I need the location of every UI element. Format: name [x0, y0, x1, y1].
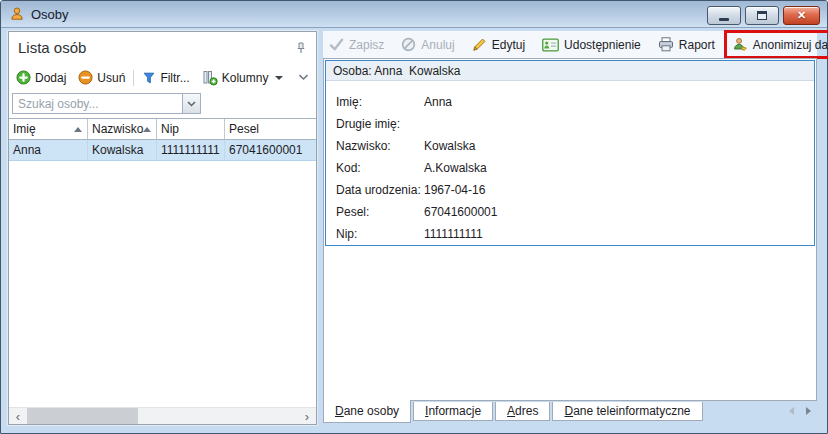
minimize-button[interactable]	[707, 6, 741, 25]
column-header-imie[interactable]: Imię	[9, 119, 88, 139]
field-row-drugie-imie: Drugie imię:	[336, 113, 814, 134]
search-dropdown-button[interactable]	[182, 94, 200, 113]
tab-dane-teleinformatyczne[interactable]: Dane teleinformatyczne	[552, 402, 702, 421]
filter-button-label: Filtr...	[160, 71, 189, 85]
field-row-pesel: Pesel: 67041600001	[336, 201, 814, 222]
column-header-label: Nazwisko	[92, 122, 143, 136]
grid-header-row: Imię Nazwisko Nip Pesel	[9, 119, 316, 140]
panel-title: Lista osób	[18, 39, 86, 56]
sort-asc-icon	[74, 127, 82, 132]
sort-asc-icon	[143, 127, 151, 132]
remove-icon	[78, 70, 93, 85]
table-row[interactable]: Anna Kowalska 1111111111 67041600001	[9, 140, 316, 161]
field-label: Nip:	[336, 227, 424, 241]
horizontal-scrollbar: ‹ ›	[9, 407, 316, 424]
tab-dane-osoby[interactable]: Dane osoby	[323, 400, 411, 423]
column-header-nip[interactable]: Nip	[157, 119, 225, 139]
cell-pesel: 67041600001	[225, 140, 316, 160]
restore-icon	[757, 11, 767, 20]
toolbar-separator	[133, 70, 134, 86]
pin-icon[interactable]	[295, 42, 307, 54]
scrollbar-track[interactable]	[27, 408, 298, 424]
close-button[interactable]: ✕	[783, 6, 820, 25]
field-label: Data urodzenia:	[336, 183, 424, 197]
cancel-button[interactable]: Anuluj	[401, 37, 454, 52]
cell-nip: 1111111111	[157, 140, 225, 160]
anonymize-person-icon	[732, 37, 748, 52]
filter-button[interactable]: Filtr...	[142, 71, 189, 85]
titlebar: Osoby	[1, 1, 827, 28]
remove-button[interactable]: Usuń	[78, 70, 125, 85]
dropdown-chevron-icon	[187, 101, 196, 107]
panel-header: Lista osób	[9, 32, 316, 63]
search-input[interactable]	[13, 94, 182, 113]
field-value: 67041600001	[424, 205, 497, 219]
field-value: Kowalska	[424, 139, 475, 153]
filter-icon	[142, 71, 156, 85]
save-button-label: Zapisz	[349, 38, 384, 52]
bottom-tabstrip: Dane osoby Informacje Adres Dane teleinf…	[323, 401, 817, 425]
scroll-left-icon[interactable]: ‹	[9, 408, 27, 424]
search-row	[9, 92, 316, 118]
share-button[interactable]: Udostępnienie	[542, 38, 641, 52]
add-icon	[16, 70, 31, 85]
save-check-icon	[329, 38, 344, 51]
scrollbar-thumb[interactable]	[27, 408, 138, 424]
column-header-label: Pesel	[229, 122, 259, 136]
list-toolbar: Dodaj Usuń Filtr...	[9, 63, 316, 92]
field-value: 1111111111	[424, 227, 483, 241]
cell-imie: Anna	[9, 140, 88, 160]
tab-adres[interactable]: Adres	[495, 402, 550, 421]
cancel-block-icon	[401, 37, 416, 52]
field-value: A.Kowalska	[424, 161, 487, 175]
detail-toolbar: Zapisz Anuluj Edytuj	[323, 31, 817, 58]
column-header-pesel[interactable]: Pesel	[225, 119, 316, 139]
add-button[interactable]: Dodaj	[16, 70, 66, 85]
field-value: 1967-04-16	[424, 183, 485, 197]
tab-label: Dane teleinformatyczne	[564, 404, 690, 418]
report-button[interactable]: Raport	[658, 37, 715, 52]
minimize-icon	[719, 18, 729, 21]
column-header-label: Imię	[13, 122, 36, 136]
tab-next-icon[interactable]	[806, 407, 811, 415]
field-label: Kod:	[336, 161, 424, 175]
field-row-nip: Nip: 1111111111	[336, 223, 814, 244]
window-osoby: Osoby ✕ Lista osób	[0, 0, 828, 434]
tab-scroll-nav	[789, 401, 817, 421]
restore-button[interactable]	[745, 6, 779, 25]
field-label: Imię:	[336, 95, 424, 109]
person-icon	[9, 6, 25, 22]
columns-button[interactable]: Kolumny	[202, 70, 284, 86]
report-printer-icon	[658, 37, 674, 52]
add-button-label: Dodaj	[35, 71, 66, 85]
save-button[interactable]: Zapisz	[329, 38, 384, 52]
column-header-nazwisko[interactable]: Nazwisko	[88, 119, 157, 139]
tab-informacje[interactable]: Informacje	[413, 402, 493, 421]
search-combo	[12, 93, 201, 114]
columns-caret-icon	[275, 76, 283, 80]
cell-nazwisko: Kowalska	[88, 140, 157, 160]
field-value: Anna	[424, 95, 452, 109]
window-title: Osoby	[31, 7, 69, 22]
anonymize-button[interactable]: Anonimizuj dane osoby	[732, 37, 828, 52]
detail-fields: Imię: Anna Drugie imię: Nazwisko: Kowals…	[326, 81, 814, 244]
tab-label: Informacje	[425, 404, 481, 418]
tab-label: Adres	[507, 404, 538, 418]
tab-prev-icon[interactable]	[789, 407, 794, 415]
persons-grid: Imię Nazwisko Nip Pesel Anna Kowalska 11…	[9, 118, 316, 407]
anonymize-button-label: Anonimizuj dane osoby	[753, 38, 828, 52]
detail-panel: Osoba: Anna Kowalska Imię: Anna Drugie i…	[323, 58, 817, 401]
scroll-right-icon[interactable]: ›	[298, 408, 316, 424]
field-label: Nazwisko:	[336, 139, 424, 153]
field-row-nazwisko: Nazwisko: Kowalska	[336, 135, 814, 156]
toolbar-overflow-chevron-icon[interactable]	[298, 74, 309, 81]
field-row-data-urodzenia: Data urodzenia: 1967-04-16	[336, 179, 814, 200]
share-card-icon	[542, 38, 559, 52]
remove-button-label: Usuń	[97, 71, 125, 85]
window-controls: ✕	[707, 6, 820, 25]
edit-button[interactable]: Edytuj	[472, 37, 525, 52]
share-button-label: Udostępnienie	[564, 38, 641, 52]
persons-list-panel: Lista osób Dodaj	[8, 31, 317, 425]
field-label: Pesel:	[336, 205, 424, 219]
cancel-button-label: Anuluj	[421, 38, 454, 52]
